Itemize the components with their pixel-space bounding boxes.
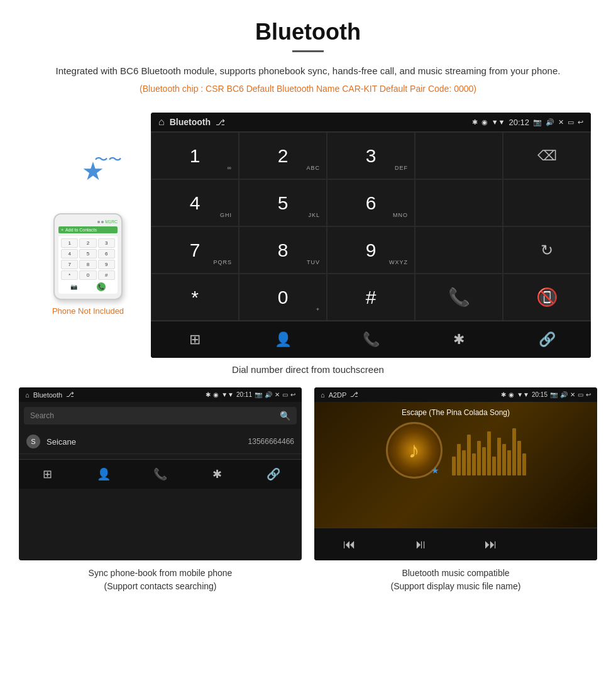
music-back-icon[interactable]: ↩	[586, 391, 591, 398]
bluetooth-signal-icon: 〜〜 ★	[63, 150, 113, 201]
eq-bar	[477, 441, 481, 475]
hu-close-icon[interactable]: ✕	[558, 118, 564, 126]
phone-key-2: 2	[79, 238, 96, 248]
hu-status-right: ✱ ◉ ▼▼ 20:12 📷 🔊 ✕ ▭ ↩	[472, 118, 583, 127]
dial-key-7[interactable]: 7 PQRS	[151, 226, 239, 274]
dial-key-9[interactable]: 9 WXYZ	[327, 226, 415, 274]
music-status-left: ⌂ A2DP ⎇	[321, 391, 358, 399]
dial-call-key[interactable]: 📞	[415, 274, 503, 321]
dial-num: 5	[278, 192, 289, 214]
music-caption-text: Bluetooth music compatible(Support displ…	[391, 568, 521, 591]
music-signal-icon: ▼▼	[517, 391, 529, 398]
hu-bluetooth-icon[interactable]: ✱	[415, 321, 503, 358]
hu-home-icon[interactable]: ⌂	[158, 116, 165, 128]
pb-home-icon[interactable]: ⌂	[25, 391, 30, 399]
hu-time: 20:12	[509, 118, 529, 127]
hu-phone-icon[interactable]: 📞	[327, 321, 415, 358]
main-section: 〜〜 ★ M1RC + Add to Contacts 1 2 3 4 5	[0, 113, 616, 358]
dial-sub: DEF	[395, 165, 408, 171]
hu-bottom-bar: ⊞ 👤 📞 ✱ 🔗	[151, 321, 591, 358]
dial-key-3[interactable]: 3 DEF	[327, 132, 415, 179]
music-win-icon[interactable]: ▭	[578, 391, 583, 398]
music-panel: ⌂ A2DP ⎇ ✱ ◉ ▼▼ 20:15 📷 🔊 ✕ ▭ ↩ Escape (…	[314, 387, 597, 560]
pb-status-left: ⌂ Bluetooth ⎇	[25, 391, 74, 399]
eq-bar	[467, 435, 471, 475]
pb-loc-icon: ◉	[213, 391, 219, 398]
bottom-panels: ⌂ Bluetooth ⎇ ✱ ◉ ▼▼ 20:11 📷 🔊 ✕ ▭ ↩ Sea…	[0, 387, 616, 560]
eq-bar	[482, 447, 486, 475]
music-caption: Bluetooth music compatible(Support displ…	[314, 567, 597, 593]
dial-empty-4	[415, 226, 503, 274]
music-status-right: ✱ ◉ ▼▼ 20:15 📷 🔊 ✕ ▭ ↩	[501, 391, 591, 398]
pb-apps-icon[interactable]: ⊞	[19, 460, 75, 489]
eq-bar	[522, 453, 526, 475]
phone-call-button[interactable]: 📞	[97, 282, 106, 291]
pb-close-icon[interactable]: ✕	[275, 391, 280, 398]
music-extra-button[interactable]	[527, 528, 598, 560]
hu-status-title: Bluetooth	[170, 117, 211, 127]
hu-status-bar: ⌂ Bluetooth ⎇ ✱ ◉ ▼▼ 20:12 📷 🔊 ✕ ▭ ↩	[151, 113, 591, 131]
eq-bar	[517, 441, 521, 475]
music-vol-icon: 🔊	[560, 391, 568, 398]
phone-contacts-bar: + Add to Contacts	[58, 226, 118, 233]
dial-end-key[interactable]: 📵	[503, 274, 591, 321]
page-description: Integrated with BC6 Bluetooth module, su…	[13, 64, 603, 79]
phone-key-5: 5	[79, 249, 96, 258]
dial-key-0[interactable]: 0 +	[239, 274, 327, 321]
dial-key-star[interactable]: *	[151, 274, 239, 321]
pb-search-bar[interactable]: Search 🔍	[24, 407, 297, 425]
pb-contact-name: Seicane	[47, 437, 248, 447]
music-home-icon[interactable]: ⌂	[321, 391, 325, 399]
music-next-button[interactable]: ⏭	[456, 528, 527, 560]
phone-key-9: 9	[98, 260, 115, 269]
phonebook-caption-text: Sync phone-book from mobile phone(Suppor…	[89, 568, 233, 591]
hu-link-icon[interactable]: 🔗	[503, 321, 591, 358]
phonebook-panel: ⌂ Bluetooth ⎇ ✱ ◉ ▼▼ 20:11 📷 🔊 ✕ ▭ ↩ Sea…	[19, 387, 302, 560]
hu-apps-icon[interactable]: ⊞	[151, 321, 239, 358]
dial-key-6[interactable]: 6 MNO	[327, 179, 415, 226]
hu-back-icon[interactable]: ↩	[578, 118, 583, 126]
dial-delete-key[interactable]: ⌫	[503, 132, 591, 179]
pb-bottom-bar: ⊞ 👤 📞 ✱ 🔗	[19, 459, 302, 489]
phone-keypad-grid: 1 2 3 4 5 6 7 8 9 * 0 #	[61, 238, 115, 280]
plus-icon: +	[61, 228, 63, 232]
pb-bt-icon: ✱	[206, 391, 211, 398]
eq-bar	[462, 450, 466, 475]
pb-back-icon[interactable]: ↩	[290, 391, 295, 398]
dial-sub: TUV	[307, 259, 320, 265]
music-play-pause-button[interactable]: ⏯	[385, 528, 456, 560]
hu-contacts-icon[interactable]: 👤	[239, 321, 327, 358]
dial-caption: Dial number direct from touchscreen	[0, 358, 616, 387]
music-bt-icon: ✱	[501, 391, 506, 398]
pb-vol-icon: 🔊	[265, 391, 272, 398]
dial-empty-1	[415, 132, 503, 179]
pb-time: 20:11	[236, 391, 252, 398]
dial-num: 6	[366, 192, 377, 214]
dial-key-5[interactable]: 5 JKL	[239, 179, 327, 226]
dial-refresh-key[interactable]: ↻	[503, 226, 591, 274]
eq-bar	[452, 457, 456, 475]
pb-user-icon[interactable]: 👤	[75, 460, 132, 489]
music-prev-button[interactable]: ⏮	[314, 528, 385, 560]
hu-signal-icon: ▼▼	[492, 118, 505, 126]
phone-not-included-label: Phone Not Included	[52, 306, 124, 316]
bluetooth-specs: (Bluetooth chip : CSR BC6 Default Blueto…	[13, 84, 603, 94]
dial-key-8[interactable]: 8 TUV	[239, 226, 327, 274]
music-close-icon[interactable]: ✕	[570, 391, 575, 398]
dial-key-2[interactable]: 2 ABC	[239, 132, 327, 179]
phone-key-star: *	[61, 270, 78, 280]
hu-window-icon[interactable]: ▭	[568, 118, 574, 126]
dial-key-1[interactable]: 1 ∞	[151, 132, 239, 179]
pb-bt-bottom-icon[interactable]: ✱	[189, 460, 245, 489]
pb-link-icon[interactable]: 🔗	[245, 460, 302, 489]
hu-bt-icon: ✱	[472, 118, 478, 126]
head-unit-dial: ⌂ Bluetooth ⎇ ✱ ◉ ▼▼ 20:12 📷 🔊 ✕ ▭ ↩ 1 ∞	[151, 113, 591, 358]
pb-phone-icon[interactable]: 📞	[132, 460, 189, 489]
pb-win-icon[interactable]: ▭	[282, 391, 288, 398]
dial-key-hash[interactable]: #	[327, 274, 415, 321]
add-contacts-label: Add to Contacts	[65, 228, 97, 232]
delete-icon: ⌫	[537, 148, 557, 164]
dial-key-4[interactable]: 4 GHI	[151, 179, 239, 226]
eq-bar	[492, 457, 496, 475]
eq-bar	[512, 428, 516, 475]
